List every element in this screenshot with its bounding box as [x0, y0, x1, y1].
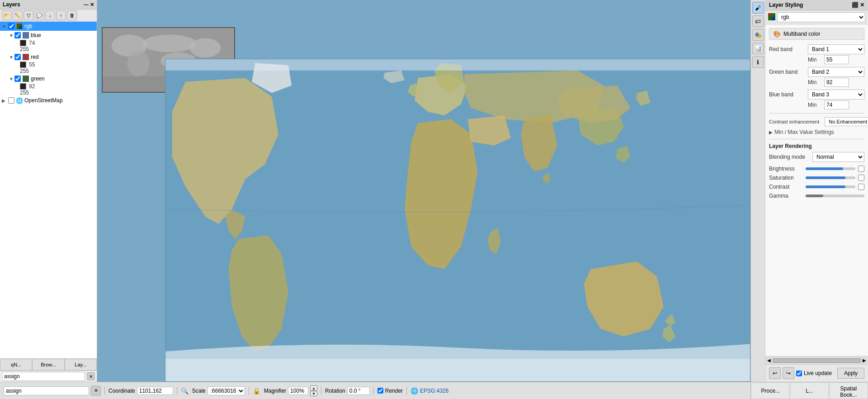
magnifier-display: Magnifier ▲ ▼	[264, 385, 317, 396]
checkbox-osm[interactable]	[8, 97, 14, 104]
tile-icon-osm: 🌐	[16, 97, 23, 104]
red-min-row: Min	[808, 55, 864, 64]
layer-item-red[interactable]: ▼ red	[0, 52, 97, 62]
move-up-btn[interactable]: ↑	[56, 10, 66, 20]
scale-select[interactable]: :66663016	[208, 386, 245, 395]
redo-styling-button[interactable]: ↪	[783, 367, 794, 379]
lock-icon-area: 🔒	[253, 387, 260, 394]
green-value-255: 255	[0, 90, 97, 96]
saturation-checkbox[interactable]	[858, 175, 864, 181]
scroll-right-arrow[interactable]: ▶	[862, 357, 867, 364]
rotation-input[interactable]	[347, 387, 370, 395]
magnifier-up[interactable]: ▲	[310, 385, 317, 391]
green-min-input[interactable]	[824, 78, 849, 87]
expand-green-icon[interactable]: ▼	[9, 76, 14, 81]
l-button[interactable]: L...	[790, 382, 829, 399]
red-band-label: Red band	[769, 46, 805, 52]
browse-button[interactable]: Brow...	[32, 359, 64, 370]
coordinate-input[interactable]	[137, 387, 173, 395]
blue-min-label: Min	[808, 102, 821, 108]
scale-display: Scale :66663016	[192, 386, 245, 395]
layer-item-blue[interactable]: ▼ blue	[0, 31, 97, 40]
layer-label-blue: blue	[31, 32, 41, 38]
red-min-input[interactable]	[824, 55, 849, 64]
scale-label: Scale	[192, 388, 206, 394]
lock-icon[interactable]: 🔒	[253, 387, 260, 394]
rotation-display: Rotation	[325, 387, 370, 395]
blue-min-input[interactable]	[824, 100, 849, 109]
epsg-value[interactable]: EPSG:4326	[420, 388, 448, 394]
remove-layer-btn[interactable]: 🗑	[67, 10, 77, 20]
expand-rgb-icon[interactable]: ▼	[2, 24, 8, 29]
horizontal-scrollbar[interactable]: ◀ ▶	[765, 356, 868, 364]
minmax-section[interactable]: ▶ Min / Max Value Settings	[769, 129, 864, 135]
filter-btn[interactable]: ▽	[24, 10, 33, 20]
scroll-left-arrow[interactable]: ◀	[766, 357, 772, 364]
clear-search-button[interactable]: ✕	[87, 372, 95, 380]
svg-point-3	[189, 38, 221, 57]
layer-item-rgb[interactable]: ▼ rgb	[0, 22, 97, 31]
lay-button[interactable]: Lay...	[65, 359, 97, 370]
layer-item-green[interactable]: ▼ green	[0, 74, 97, 83]
magnifier-down[interactable]: ▼	[310, 391, 317, 396]
expand-blue-icon[interactable]: ▼	[9, 33, 14, 38]
blue-band-select[interactable]: Band 3	[808, 90, 864, 100]
raster-icon-blue	[22, 32, 29, 39]
spatial-book-button[interactable]: Spatial Book...	[829, 382, 868, 399]
map-tips-btn[interactable]: 💬	[34, 10, 44, 20]
red-band-select[interactable]: Band 1	[808, 44, 864, 54]
brightness-label: Brightness	[769, 166, 803, 172]
digitize-btn[interactable]: ✏️	[13, 10, 23, 20]
contrast2-checkbox[interactable]	[858, 184, 864, 190]
render-checkbox[interactable]	[377, 388, 383, 394]
close-styling-icon[interactable]: ✕	[860, 2, 864, 8]
label-icon-btn[interactable]: 🏷	[752, 15, 764, 27]
minimize-icon[interactable]: —	[84, 2, 89, 8]
layer-label-green: green	[31, 76, 45, 82]
layers-header: Layers — ✕	[0, 0, 97, 10]
close-icon[interactable]: ✕	[90, 2, 94, 8]
diagram-icon-btn[interactable]: 📊	[752, 43, 764, 54]
green-band-select[interactable]: Band 2	[808, 67, 864, 77]
expand-osm-icon[interactable]: ▶	[2, 98, 8, 103]
proce-button[interactable]: Proce...	[751, 382, 790, 399]
contrast-select[interactable]: No Enhancement	[825, 117, 868, 126]
brightness-checkbox[interactable]	[858, 166, 864, 172]
render-type-button[interactable]: 🎨 Multiband color	[769, 28, 864, 40]
status-search-input[interactable]	[4, 386, 89, 395]
status-divider-4	[321, 387, 321, 395]
map-area[interactable]	[97, 0, 750, 382]
open-layer-btn[interactable]: 📂	[2, 10, 12, 20]
blue-band-label: Blue band	[769, 91, 805, 98]
qn-button[interactable]: qN...	[0, 359, 32, 370]
blue-value-74: 74	[0, 40, 97, 46]
paint-brush-icon-btn[interactable]: 🖌	[752, 2, 764, 14]
gamma-track	[806, 195, 864, 197]
dock-icon[interactable]: ⬛	[852, 2, 859, 8]
magnifier-input[interactable]	[288, 387, 308, 395]
scroll-thumb[interactable]	[773, 358, 861, 363]
layer-selector-dropdown[interactable]: rgb	[777, 12, 865, 22]
expand-red-icon[interactable]: ▼	[9, 55, 14, 60]
blending-mode-select[interactable]: Normal	[812, 152, 864, 162]
metadata-icon-btn[interactable]: ℹ	[752, 56, 764, 68]
checkbox-green[interactable]	[14, 76, 21, 82]
layers-search-input[interactable]	[2, 372, 85, 381]
layer-item-osm[interactable]: ▶ 🌐 OpenStreetMap	[0, 96, 97, 105]
green-swatch-92	[20, 83, 26, 90]
status-clear-button[interactable]: ✕	[91, 386, 101, 396]
red-min-label: Min	[808, 57, 821, 63]
apply-button[interactable]: Apply	[837, 368, 864, 379]
blue-band-row: Blue band Band 3	[769, 90, 864, 100]
checkbox-rgb[interactable]	[8, 23, 14, 29]
svg-point-4	[127, 50, 149, 76]
move-down-btn[interactable]: ↓	[45, 10, 55, 20]
checkbox-blue[interactable]	[14, 32, 21, 38]
mask-icon-btn[interactable]: 🎭	[752, 29, 764, 41]
main-map[interactable]	[165, 59, 750, 382]
undo-styling-button[interactable]: ↩	[769, 367, 781, 379]
live-update-checkbox[interactable]	[796, 370, 802, 376]
bottom-panel-right: Proce... L... Spatial Book...	[750, 382, 868, 399]
layers-header-icons: — ✕	[84, 2, 94, 8]
checkbox-red[interactable]	[14, 54, 21, 60]
